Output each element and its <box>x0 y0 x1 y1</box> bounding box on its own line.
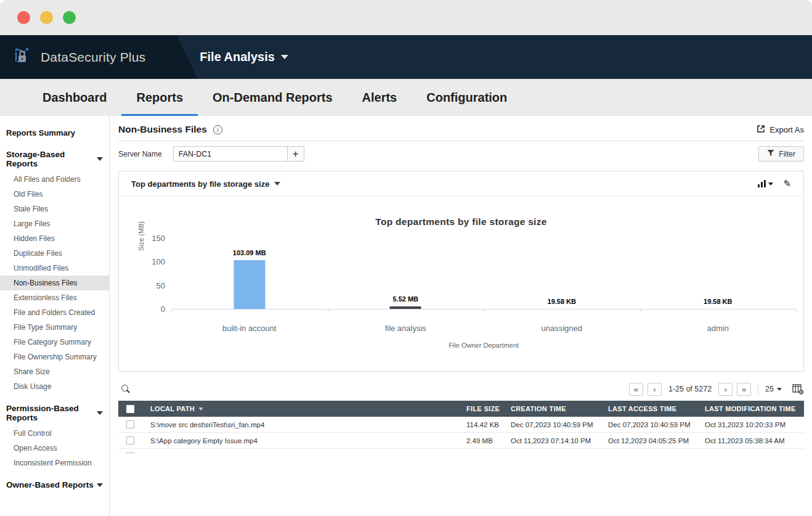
select-all-checkbox[interactable] <box>126 405 134 413</box>
tab-configuration[interactable]: Configuration <box>412 79 522 116</box>
sidebar-item-large-files[interactable]: Large Files <box>0 216 109 231</box>
sidebar-item-file-and-folders-created[interactable]: File and Folders Created <box>0 305 109 320</box>
main-nav: Dashboard Reports On-Demand Reports Aler… <box>0 79 812 116</box>
sidebar-item-stale-files[interactable]: Stale Files <box>0 202 109 216</box>
export-as-button[interactable]: Export As <box>757 125 804 135</box>
bar-value-label: 103.09 MB <box>233 249 266 256</box>
chevron-down-icon <box>281 55 288 59</box>
cell-last-modification-time: Oct 11,2023 05:38:34 AM <box>705 437 804 444</box>
chevron-down-icon <box>777 388 782 391</box>
column-header-last-modification-time[interactable]: LAST MODIFICATION TIME <box>705 405 804 412</box>
table-row: S:\App category Empty Issue.mp4 2.49 MB … <box>118 433 804 449</box>
row-checkbox[interactable] <box>126 453 134 454</box>
cell-creation-time: Dec 07,2023 10:40:59 PM <box>511 421 608 428</box>
reports-sidebar: Reports Summary Storage-Based Reports Al… <box>0 116 110 516</box>
filter-button[interactable]: Filter <box>758 146 804 162</box>
tab-on-demand-reports[interactable]: On-Demand Reports <box>198 79 347 116</box>
chart-category-slot: 19.58 KB <box>640 238 797 309</box>
bar-value-label: 19.58 KB <box>548 298 576 305</box>
row-checkbox[interactable] <box>126 436 134 444</box>
sidebar-section-owner-based[interactable]: Owner-Based Reports <box>0 474 109 493</box>
sidebar-item-all-files-and-folders[interactable]: All Files and Folders <box>0 172 109 187</box>
chart-category-slot: 5.52 MB <box>328 238 484 309</box>
cell-local-path: S:\move src dest\sriTest\sri_fan.mp4 <box>150 421 466 428</box>
sidebar-section-storage-based[interactable]: Storage-Based Reports <box>0 144 109 172</box>
app-window: DataSecurity Plus File Analysis Dashboar… <box>0 0 812 516</box>
sidebar-item-extensionless-files[interactable]: Extensionless Files <box>0 290 109 305</box>
x-axis-tick <box>171 309 172 312</box>
add-server-button[interactable]: + <box>288 146 304 162</box>
export-icon <box>757 125 765 135</box>
server-name-input[interactable] <box>173 146 288 162</box>
sidebar-item-disk-usage[interactable]: Disk Usage <box>0 379 109 394</box>
close-window-icon[interactable] <box>17 11 30 24</box>
sidebar-item-reports-summary[interactable]: Reports Summary <box>0 126 109 140</box>
search-icon[interactable] <box>121 384 131 394</box>
cell-local-path: S:\App category Empty Issue.mp4 <box>150 437 466 444</box>
y-axis-tick: 100 <box>140 257 165 266</box>
app-name: DataSecurity Plus <box>41 50 145 65</box>
y-axis-tick: 150 <box>140 234 165 243</box>
chart-panel: Top departments by file storage size ✎ T… <box>118 171 804 372</box>
chart-bar[interactable] <box>233 260 265 309</box>
prev-page-button[interactable]: ‹ <box>648 383 662 396</box>
page-title: Non-Business Files <box>118 124 207 135</box>
chevron-down-icon <box>274 182 280 186</box>
tab-alerts[interactable]: Alerts <box>347 79 412 116</box>
sidebar-item-old-files[interactable]: Old Files <box>0 187 109 202</box>
sidebar-item-duplicate-files[interactable]: Duplicate Files <box>0 246 109 261</box>
tab-dashboard[interactable]: Dashboard <box>28 79 121 116</box>
chart-category-slot: 103.09 MB <box>171 238 328 309</box>
column-header-file-size[interactable]: FILE SIZE <box>466 405 511 412</box>
module-selector[interactable]: File Analysis <box>200 50 288 64</box>
first-page-button[interactable]: « <box>629 383 643 396</box>
pagination: « ‹ 1-25 of 5272 › » 25 <box>629 383 804 396</box>
sidebar-item-unmodified-files[interactable]: Unmodified Files <box>0 261 109 276</box>
column-header-creation-time[interactable]: CREATION TIME <box>511 405 608 412</box>
sidebar-item-inconsistent-permission[interactable]: Inconsistent Permission <box>0 456 109 470</box>
sidebar-item-file-category-summary[interactable]: File Category Summary <box>0 335 109 350</box>
x-axis-category-labels: built-in accountfile analysisunassigneda… <box>171 324 796 333</box>
info-icon[interactable]: i <box>213 125 222 134</box>
sidebar-item-full-control[interactable]: Full Control <box>0 426 109 441</box>
bar-chart: Top departments by file storage size Siz… <box>119 197 803 371</box>
column-header-local-path[interactable]: LOCAL PATH <box>150 405 466 412</box>
page-range-label: 1-25 of 5272 <box>668 385 712 393</box>
filter-funnel-icon <box>767 149 774 158</box>
x-axis-category-label: built-in account <box>171 324 328 333</box>
edit-chart-icon[interactable]: ✎ <box>783 178 791 189</box>
sidebar-item-share-size[interactable]: Share Size <box>0 364 109 379</box>
chart-selector-dropdown[interactable]: Top departments by file storage size <box>131 179 280 189</box>
bar-value-label: 19.58 KB <box>704 298 732 305</box>
sidebar-item-non-business-files[interactable]: Non-Business Files <box>0 276 109 290</box>
row-checkbox[interactable] <box>126 420 134 428</box>
y-axis-tick: 0 <box>140 305 165 314</box>
next-page-button[interactable]: › <box>718 383 733 396</box>
column-header-last-access-time[interactable]: LAST ACCESS TIME <box>608 405 705 412</box>
module-name: File Analysis <box>200 50 275 64</box>
chart-bar[interactable] <box>390 306 421 309</box>
sidebar-item-file-ownership-summary[interactable]: File Ownership Summary <box>0 350 109 364</box>
chevron-down-icon <box>97 411 103 415</box>
x-axis-category-label: file analysis <box>328 324 484 333</box>
window-titlebar <box>0 0 812 35</box>
brand: DataSecurity Plus <box>0 46 145 68</box>
sidebar-section-permission-based[interactable]: Permission-Based Reports <box>0 398 109 426</box>
sidebar-item-open-access[interactable]: Open Access <box>0 441 109 456</box>
x-axis-tick <box>640 309 641 312</box>
page-size-selector[interactable]: 25 <box>765 385 782 393</box>
minimize-window-icon[interactable] <box>40 11 53 24</box>
tab-reports[interactable]: Reports <box>121 79 198 116</box>
table-row-partial <box>118 449 804 454</box>
cell-creation-time: Oct 11,2023 07:14:10 PM <box>511 437 608 444</box>
sort-caret-icon <box>198 407 203 411</box>
x-axis-category-label: admin <box>640 324 797 333</box>
column-chooser-icon[interactable] <box>792 384 804 395</box>
sidebar-item-file-type-summary[interactable]: File Type Summary <box>0 320 109 335</box>
maximize-window-icon[interactable] <box>63 11 76 24</box>
last-page-button[interactable]: » <box>737 383 751 396</box>
sidebar-item-hidden-files[interactable]: Hidden Files <box>0 231 109 246</box>
chart-type-icon[interactable] <box>758 180 773 187</box>
bar-value-label: 5.52 MB <box>392 295 418 303</box>
cell-last-access-time: Oct 12,2023 04:05:25 PM <box>608 437 705 444</box>
